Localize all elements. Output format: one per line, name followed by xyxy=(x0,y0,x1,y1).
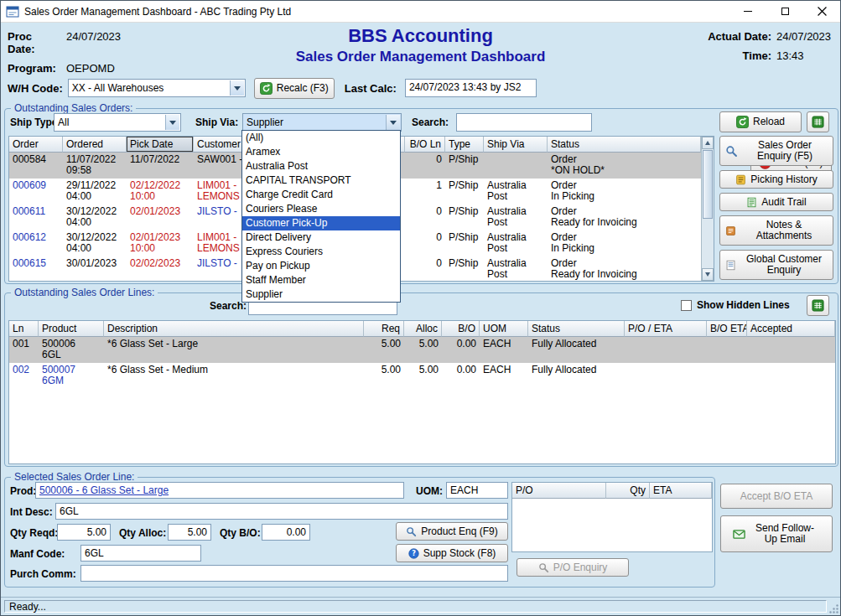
wh-code-select[interactable]: XX - All Warehouses xyxy=(68,79,246,97)
col-bo-ln[interactable]: B/O Ln xyxy=(405,137,445,153)
product-link[interactable]: 500006 - 6 Glass Set - Large xyxy=(39,484,169,496)
scroll-down-button[interactable] xyxy=(702,268,714,281)
col-pick-date[interactable]: Pick Date xyxy=(127,137,194,153)
dropdown-option[interactable]: (All) xyxy=(242,131,400,145)
sales-order-enquiry-button[interactable]: Sales Order Enquiry (F5) xyxy=(719,136,833,166)
time-label: Time: xyxy=(708,49,771,62)
po-enquiry-label: P/O Enquiry xyxy=(553,562,608,573)
po-header-row: P/O Qty ETA xyxy=(512,483,712,499)
lines-table: Ln Product Description Req Alloc B/O UOM… xyxy=(8,320,836,464)
orders-search-input[interactable] xyxy=(456,113,592,132)
header-right: Actual Date: 24/07/2023 Time: 13:43 xyxy=(708,30,832,62)
recalc-button[interactable]: Recalc (F3) xyxy=(254,78,335,99)
dropdown-option[interactable]: Direct Delivery xyxy=(242,230,400,245)
notes-attachments-button[interactable]: Notes & Attachments xyxy=(719,215,833,246)
col-order[interactable]: Order xyxy=(9,137,63,153)
description-cell: *6 Glass Set - Large xyxy=(104,337,364,363)
qty-alloc-field: 5.00 xyxy=(168,524,211,541)
status-text: Ready... xyxy=(9,601,46,613)
col-description[interactable]: Description xyxy=(104,321,364,337)
col-po: P/O xyxy=(512,483,606,499)
dropdown-option[interactable]: Couriers Please xyxy=(242,202,400,216)
chevron-down-icon xyxy=(386,115,400,130)
ordered-cell: 29/11/2022 04:00 xyxy=(63,179,127,204)
picking-history-button[interactable]: Picking History xyxy=(719,170,833,189)
dropdown-option[interactable]: Charge Credit Card xyxy=(242,188,400,202)
bo-ln-cell: 0 xyxy=(405,204,445,230)
qty-bo-label: Qty B/O: xyxy=(220,527,261,539)
col-bo[interactable]: B/O xyxy=(442,321,480,337)
col-ln[interactable]: Ln xyxy=(9,321,39,337)
send-followup-email-button[interactable]: Send Follow-Up Email xyxy=(720,515,833,552)
resize-grip[interactable] xyxy=(828,603,839,614)
scroll-thumb[interactable] xyxy=(703,150,713,219)
scroll-up-button[interactable] xyxy=(702,137,714,149)
product-enq-button[interactable]: Product Enq (F9) xyxy=(396,522,508,541)
global-customer-enquiry-button[interactable]: Global Customer Enquiry xyxy=(719,250,833,280)
supp-stock-button[interactable]: ? Supp Stock (F8) xyxy=(396,544,508,562)
list-item[interactable]: 002 500007 6GM *6 Glass Set - Medium 5.0… xyxy=(9,363,835,389)
col-product[interactable]: Product xyxy=(39,321,104,337)
audit-trail-button[interactable]: Audit Trail xyxy=(719,193,833,211)
dropdown-option[interactable]: Australia Post xyxy=(242,159,400,173)
col-req[interactable]: Req xyxy=(364,321,404,337)
product-enq-label: Product Enq (F9) xyxy=(421,526,497,537)
qty-bo-field: 0.00 xyxy=(262,524,310,541)
ordered-cell: 30/12/2022 04:00 xyxy=(63,230,127,256)
orders-scrollbar[interactable] xyxy=(701,137,714,281)
customer-enquiry-icon xyxy=(725,260,736,271)
maximize-button[interactable] xyxy=(766,1,803,22)
search-icon xyxy=(538,562,549,573)
lines-export-button[interactable] xyxy=(807,295,829,316)
col-bo-eta[interactable]: B/O ETA xyxy=(707,321,747,337)
notes-icon xyxy=(725,225,736,236)
req-cell: 5.00 xyxy=(364,337,404,363)
last-calc-label: Last Calc: xyxy=(345,82,397,95)
description-cell: *6 Glass Set - Medium xyxy=(104,363,364,389)
col-line-status[interactable]: Status xyxy=(528,321,625,337)
dropdown-option-highlighted[interactable]: Customer Pick-Up xyxy=(242,216,400,230)
alloc-cell: 5.00 xyxy=(404,337,442,363)
col-ordered[interactable]: Ordered xyxy=(63,137,127,153)
accepted-cell xyxy=(747,337,835,363)
ship-via-select[interactable]: Supplier xyxy=(242,113,402,132)
dropdown-option[interactable]: Express Couriers xyxy=(242,245,400,259)
ship-via-cell: Australia Post xyxy=(484,256,548,282)
dropdown-option[interactable]: Pay on Pickup xyxy=(242,259,400,273)
minimize-button[interactable] xyxy=(729,1,766,22)
dropdown-option[interactable]: CAPITAL TRANSPORT xyxy=(242,173,400,188)
orders-export-button[interactable] xyxy=(807,111,829,132)
pick-date-cell: 02/12/2022 10:00 xyxy=(127,179,194,204)
actual-date-label: Actual Date: xyxy=(708,30,771,43)
reload-button[interactable]: Reload xyxy=(719,111,802,132)
close-window-button[interactable] xyxy=(803,1,840,22)
dropdown-option[interactable]: Supplier xyxy=(242,287,400,302)
pick-date-cell: 02/01/2023 10:00 xyxy=(127,230,194,256)
col-ship-via[interactable]: Ship Via xyxy=(484,137,548,153)
bo-ln-cell: 0 xyxy=(405,230,445,256)
show-hidden-lines-checkbox[interactable] xyxy=(681,300,692,311)
list-item[interactable]: 001 500006 6GL *6 Glass Set - Large 5.00… xyxy=(9,337,835,363)
dropdown-option[interactable]: Staff Member xyxy=(242,273,400,287)
page-subtitle: Sales Order Management Dashboard xyxy=(169,47,672,67)
col-accepted[interactable]: Accepted xyxy=(747,321,835,337)
ship-via-cell: Australia Post xyxy=(484,230,548,256)
time-value: 13:43 xyxy=(776,49,832,62)
last-calc-field: 24/07/2023 13:43 by JS2 xyxy=(405,79,537,97)
po-enquiry-button[interactable]: P/O Enquiry xyxy=(517,558,629,577)
order-cell: 000615 xyxy=(9,256,63,282)
titlebar: Sales Order Management Dashboard - ABC T… xyxy=(1,1,840,23)
col-status[interactable]: Status xyxy=(548,137,701,153)
toolbar: W/H Code: XX - All Warehouses Recalc (F3… xyxy=(1,76,840,100)
accept-bo-eta-button[interactable]: Accept B/O ETA xyxy=(720,484,833,509)
dropdown-option[interactable]: Aramex xyxy=(242,145,400,159)
scroll-down-icon xyxy=(705,272,710,277)
audit-trail-label: Audit Trail xyxy=(761,197,806,208)
bo-cell: 0.00 xyxy=(442,337,480,363)
col-alloc[interactable]: Alloc xyxy=(404,321,442,337)
email-icon xyxy=(733,528,745,541)
ship-type-select[interactable]: All xyxy=(54,113,181,132)
col-uom[interactable]: UOM xyxy=(480,321,528,337)
col-po-eta[interactable]: P/O / ETA xyxy=(625,321,707,337)
col-type[interactable]: Type xyxy=(445,137,484,153)
